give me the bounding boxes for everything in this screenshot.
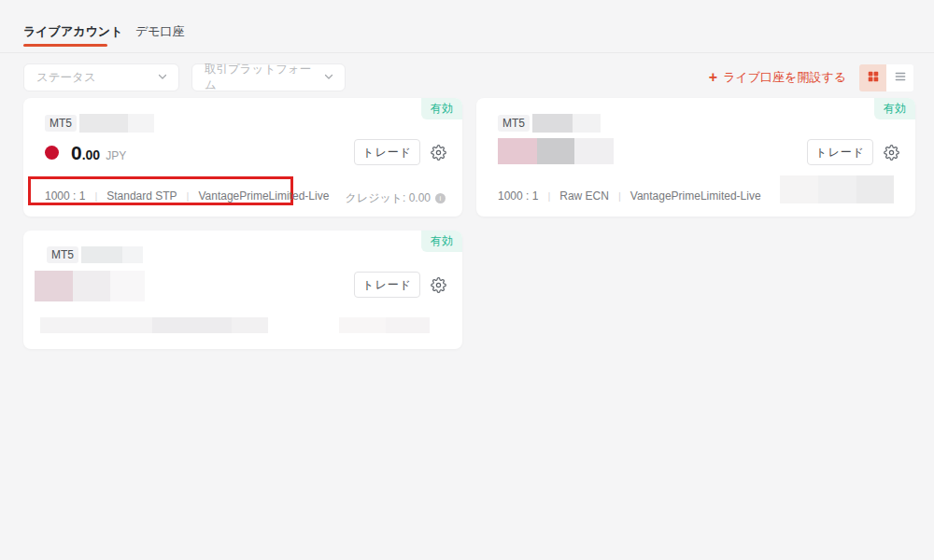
balance-dot-icon: [45, 146, 59, 160]
redacted-balance: [35, 271, 145, 301]
redacted-account-number: [128, 114, 154, 133]
account-type-spec: Standard STP: [85, 189, 177, 203]
gear-icon[interactable]: [431, 145, 446, 161]
tab-demo-accounts[interactable]: デモ口座: [135, 23, 185, 40]
open-live-account-link[interactable]: + ライブ口座を開設する: [709, 69, 846, 86]
redacted-account-number: [122, 246, 143, 263]
list-view-button[interactable]: [886, 64, 913, 91]
account-specs: 1000 : 1 Standard STP VantagePrimeLimite…: [45, 189, 329, 203]
account-tabs-bar: ライブアカウント デモ口座: [0, 0, 934, 53]
redacted-credit: [780, 175, 894, 203]
filters-toolbar: ステータス 取引プラットフォーム + ライブ口座を開設する: [0, 63, 934, 91]
view-toggle: [859, 64, 913, 91]
status-badge: 有効: [874, 98, 915, 119]
status-filter-placeholder: ステータス: [36, 70, 96, 86]
account-specs: 1000 : 1 Raw ECN VantagePrimeLimited-Liv…: [498, 189, 761, 203]
status-badge: 有効: [421, 231, 462, 252]
grid-view-icon: [867, 70, 880, 86]
chevron-down-icon: [323, 71, 334, 85]
tab-live-accounts[interactable]: ライブアカウント: [23, 23, 122, 40]
list-view-icon: [894, 70, 907, 86]
card-controls: トレード: [354, 139, 446, 165]
redacted-specs: [40, 317, 268, 333]
trade-button[interactable]: トレード: [354, 139, 420, 165]
server-spec: VantagePrimeLimited-Live: [609, 189, 761, 203]
platform-row: MT5: [45, 114, 154, 133]
plus-icon: +: [709, 70, 717, 85]
platform-badge: MT5: [498, 115, 530, 132]
redacted-account-number: [532, 114, 573, 133]
gear-icon[interactable]: [431, 277, 446, 293]
account-type-spec: Raw ECN: [538, 189, 609, 203]
trade-button[interactable]: トレード: [807, 139, 873, 165]
trade-button[interactable]: トレード: [354, 272, 420, 298]
status-filter-dropdown[interactable]: ステータス: [23, 63, 179, 91]
balance-row: 0 .00 JPY: [45, 142, 126, 163]
redacted-balance: [498, 138, 614, 164]
platform-row: MT5: [47, 246, 143, 263]
server-spec: VantagePrimeLimited-Live: [177, 189, 330, 203]
credit-info: クレジット: 0.00 i: [346, 190, 446, 206]
account-card: 有効 MT5 トレード 1000 : 1 Raw ECN VantagePrim…: [476, 98, 915, 217]
platform-badge: MT5: [47, 246, 78, 263]
redacted-account-number: [81, 246, 122, 263]
leverage-spec: 1000 : 1: [45, 189, 85, 203]
status-badge: 有効: [421, 98, 462, 119]
platform-filter-placeholder: 取引プラットフォーム: [205, 62, 323, 93]
redacted-credit: [339, 317, 430, 333]
redacted-account-number: [79, 114, 128, 133]
platform-badge: MT5: [45, 115, 77, 132]
active-tab-underline: [23, 44, 107, 47]
leverage-spec: 1000 : 1: [498, 189, 538, 203]
balance-currency: JPY: [106, 149, 126, 162]
gear-icon[interactable]: [884, 145, 899, 161]
card-controls: トレード: [354, 272, 446, 298]
account-card: 有効 MT5 0 .00 JPY トレード 1000 : 1 Standard …: [23, 98, 462, 217]
balance-decimal: .00: [82, 147, 100, 162]
grid-view-button[interactable]: [859, 64, 886, 91]
info-icon[interactable]: i: [435, 193, 446, 203]
toolbar-right: + ライブ口座を開設する: [709, 64, 913, 91]
credit-label: クレジット: 0.00: [346, 190, 431, 206]
account-card: 有効 MT5 トレード: [23, 231, 462, 349]
redacted-account-number: [573, 114, 601, 133]
card-controls: トレード: [807, 139, 899, 165]
open-live-account-label: ライブ口座を開設する: [723, 69, 846, 86]
platform-row: MT5: [498, 114, 601, 133]
account-cards-grid: 有効 MT5 0 .00 JPY トレード 1000 : 1 Standard …: [0, 91, 934, 349]
balance-integer: 0: [71, 142, 82, 163]
chevron-down-icon: [157, 71, 168, 85]
platform-filter-dropdown[interactable]: 取引プラットフォーム: [191, 63, 346, 91]
